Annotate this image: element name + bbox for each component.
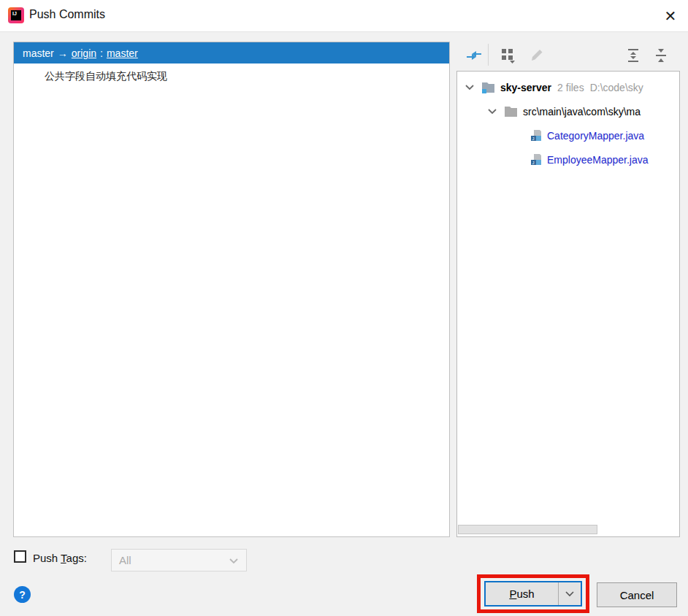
changes-count: 2 files (557, 82, 584, 93)
tree-row-file[interactable]: J EmployeeMapper.java (457, 147, 679, 172)
tree-row-package[interactable]: src\main\java\com\sky\ma (457, 99, 679, 123)
push-button[interactable]: Push (484, 581, 582, 607)
file-name: EmployeeMapper.java (547, 154, 649, 166)
target-branch-link[interactable]: master (107, 47, 138, 59)
arrow-glyph: → (58, 47, 68, 59)
folder-icon (504, 105, 518, 118)
module-path: D:\code\sky (590, 82, 643, 93)
group-by-icon[interactable] (500, 46, 517, 63)
close-icon[interactable]: ✕ (657, 4, 684, 28)
collapse-all-icon[interactable] (652, 47, 670, 64)
chevron-down-icon[interactable] (464, 82, 475, 93)
package-path: src\main\java\com\sky\ma (523, 106, 641, 118)
chevron-down-icon[interactable] (486, 106, 498, 118)
tree-row-file[interactable]: J CategoryMapper.java (457, 123, 679, 147)
edit-commit-message-icon[interactable] (529, 45, 546, 63)
push-tags-checkbox[interactable] (14, 550, 26, 563)
push-commits-dialog: IJ Push Commits ✕ master → origin : mast… (0, 0, 688, 616)
commit-message-item[interactable]: 公共字段自动填充代码实现 (14, 70, 449, 83)
branch-header-row[interactable]: master → origin : master (14, 42, 449, 63)
module-folder-icon (481, 81, 495, 93)
java-class-icon: J (530, 153, 542, 166)
cancel-button[interactable]: Cancel (597, 582, 677, 607)
push-options-dropdown[interactable] (559, 582, 581, 605)
changed-files-tree: sky-server 2 files D:\code\sky src\main\… (456, 71, 680, 537)
tags-select[interactable]: All (111, 549, 247, 571)
source-branch: master (23, 47, 54, 59)
tags-select-value: All (119, 554, 131, 566)
collapse-arrows-icon[interactable] (465, 46, 483, 63)
svg-text:J: J (532, 161, 535, 165)
horizontal-scrollbar-thumb[interactable] (458, 525, 597, 534)
help-icon[interactable]: ? (14, 586, 31, 603)
java-class-icon: J (530, 129, 542, 142)
svg-text:J: J (532, 136, 535, 141)
toolbar-separator (488, 44, 489, 66)
push-button-label[interactable]: Push (486, 582, 558, 605)
module-name: sky-server (500, 82, 551, 93)
title-bar: IJ Push Commits ✕ (0, 0, 688, 32)
colon-separator: : (100, 47, 103, 59)
chevron-down-icon (229, 556, 239, 569)
intellij-logo-icon: IJ (8, 7, 24, 23)
file-name: CategoryMapper.java (547, 130, 644, 142)
dialog-title: Push Commits (29, 8, 105, 21)
push-tags-label[interactable]: Push Tags: (33, 552, 87, 564)
expand-all-icon[interactable] (624, 47, 642, 64)
tree-row-module[interactable]: sky-server 2 files D:\code\sky (457, 75, 679, 99)
commit-list-panel: master → origin : master 公共字段自动填充代码实现 (13, 42, 450, 537)
remote-link[interactable]: origin (72, 47, 96, 59)
